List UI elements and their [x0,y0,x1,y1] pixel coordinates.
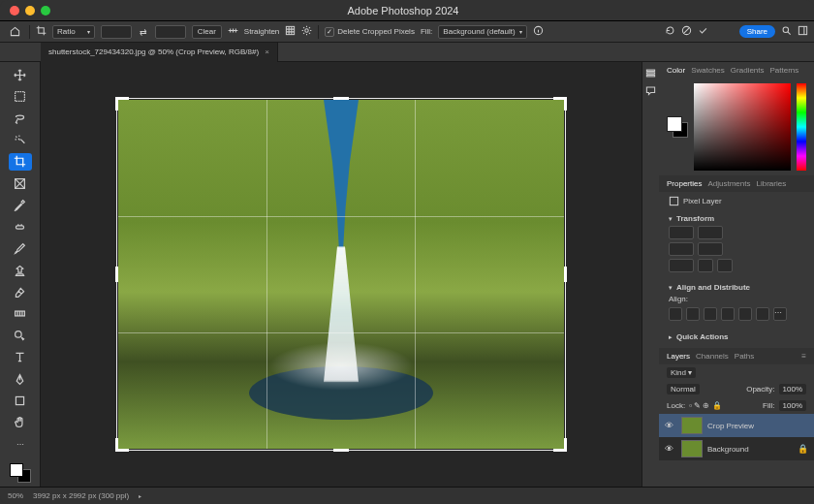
lasso-tool[interactable] [9,110,32,127]
align-more-icon[interactable]: ⋯ [773,307,787,321]
close-tab-icon[interactable]: × [265,47,269,56]
crop-handle-top-right[interactable] [553,97,567,110]
layer-row-crop-preview[interactable]: 👁 Crop Preview [659,414,814,437]
transform-section-label[interactable]: Transform [676,214,714,223]
color-swatches[interactable] [10,463,31,483]
crop-handle-bottom-left[interactable] [115,438,129,452]
magic-wand-tool[interactable] [9,131,32,148]
panel-color-swatches[interactable] [667,116,688,138]
cancel-crop-icon[interactable] [681,25,692,38]
visibility-toggle-icon[interactable]: 👁 [665,444,676,454]
height-input[interactable] [155,25,186,39]
align-top-icon[interactable] [721,307,735,321]
workspace-icon[interactable] [798,25,808,38]
straighten-icon[interactable] [228,25,238,38]
visibility-toggle-icon[interactable]: 👁 [665,421,676,430]
flip-h-button[interactable] [698,259,713,272]
brush-tool[interactable] [9,239,32,257]
adjustments-tab[interactable]: Adjustments [707,179,750,188]
properties-tab[interactable]: Properties [667,179,702,188]
comments-panel-icon[interactable] [645,85,657,97]
width-field[interactable] [669,226,694,239]
crop-handle-bottom[interactable] [333,449,349,452]
layers-tab[interactable]: Layers [667,352,690,361]
commit-crop-icon[interactable] [698,25,708,38]
align-right-icon[interactable] [704,307,717,321]
rotate-field[interactable] [669,259,694,272]
eyedropper-tool[interactable] [9,197,32,214]
quick-actions-label[interactable]: Quick Actions [676,332,729,341]
align-bottom-icon[interactable] [756,307,769,321]
eraser-tool[interactable] [9,283,32,300]
blend-mode-select[interactable]: Normal [667,384,700,394]
crop-handle-bottom-right[interactable] [553,438,567,452]
crop-handle-right[interactable] [564,267,567,282]
close-window-button[interactable] [10,6,19,16]
align-center-h-icon[interactable] [686,307,700,321]
status-chevron-icon[interactable]: ▸ [139,492,141,499]
fill-value[interactable]: 100% [779,400,806,411]
channels-tab[interactable]: Channels [696,352,729,361]
minimize-window-button[interactable] [25,6,35,16]
color-field[interactable] [694,83,791,171]
hand-tool[interactable] [9,414,32,431]
search-icon[interactable] [781,25,792,38]
fill-select[interactable]: Background (default)▾ [438,25,526,39]
color-tab[interactable]: Color [667,66,685,75]
dodge-tool[interactable] [9,327,32,344]
height-field[interactable] [669,242,694,256]
crop-tool-icon [36,25,47,38]
settings-gear-icon[interactable] [301,25,312,38]
marquee-tool[interactable] [9,87,32,105]
move-tool[interactable] [9,66,32,83]
paths-tab[interactable]: Paths [735,352,754,361]
layer-filter-select[interactable]: Kind ▾ [667,367,696,378]
reset-icon[interactable] [665,25,675,38]
width-input[interactable] [101,25,132,39]
frame-tool[interactable] [9,174,32,192]
x-field[interactable] [698,226,723,239]
y-field[interactable] [698,242,723,256]
gradients-tab[interactable]: Gradients [731,66,765,75]
libraries-tab[interactable]: Libraries [757,179,787,188]
opacity-value[interactable]: 100% [779,384,806,394]
crop-handle-top-left[interactable] [115,97,129,110]
patterns-tab[interactable]: Patterns [770,66,799,75]
swap-dimensions-icon[interactable]: ⇄ [138,27,149,37]
align-left-icon[interactable] [669,307,682,321]
document-tab[interactable]: shutterstock_729434320.jpg @ 50% (Crop P… [41,43,278,62]
share-button[interactable]: Share [739,25,775,38]
clear-button[interactable]: Clear [192,25,222,39]
zoom-level[interactable]: 50% [8,491,23,500]
align-center-v-icon[interactable] [738,307,752,321]
flip-v-button[interactable] [717,259,733,272]
crop-tool[interactable] [9,153,32,171]
home-button[interactable] [6,25,23,39]
overlay-options-icon[interactable] [285,25,296,38]
pen-tool[interactable] [9,370,32,388]
expand-tools-icon[interactable]: ⋯ [9,435,32,453]
align-section-label[interactable]: Align and Distribute [676,283,750,292]
document-image[interactable] [118,100,564,449]
shape-tool[interactable] [9,392,32,409]
maximize-window-button[interactable] [41,6,50,16]
clone-stamp-tool[interactable] [9,262,32,279]
straighten-label: Straighten [244,27,279,36]
panel-menu-icon[interactable]: ≡ [801,352,806,361]
delete-cropped-checkbox[interactable]: Delete Cropped Pixels [325,27,415,37]
healing-brush-tool[interactable] [9,218,32,236]
document-dimensions[interactable]: 3992 px x 2992 px (300 ppi) [33,491,129,500]
hue-slider[interactable] [797,83,806,171]
crop-handle-left[interactable] [115,267,118,282]
swatches-tab[interactable]: Swatches [691,66,725,75]
canvas-area[interactable] [41,62,642,487]
crop-handle-top[interactable] [333,97,349,100]
ratio-select[interactable]: Ratio▾ [52,25,95,39]
foreground-color-swatch[interactable] [10,463,23,477]
lock-icons[interactable]: ▫ ✎ ⊕ 🔒 [689,401,722,410]
info-icon[interactable] [533,25,544,38]
history-panel-icon[interactable] [645,68,657,79]
type-tool[interactable] [9,348,32,365]
gradient-tool[interactable] [9,305,32,323]
layer-row-background[interactable]: 👁 Background 🔒 [659,437,814,460]
